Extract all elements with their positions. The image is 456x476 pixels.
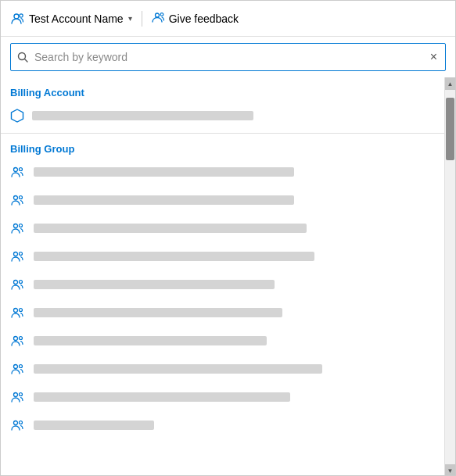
group-item-text bbox=[34, 392, 435, 402]
header-divider bbox=[142, 11, 142, 27]
svg-point-8 bbox=[20, 168, 23, 171]
billing-group-header: Billing Group bbox=[1, 137, 444, 158]
account-name: Test Account Name bbox=[29, 13, 124, 25]
billing-account-header: Billing Account bbox=[1, 81, 444, 102]
list-item[interactable] bbox=[1, 327, 444, 355]
svg-point-16 bbox=[20, 281, 23, 284]
list-item[interactable] bbox=[1, 186, 444, 214]
svg-point-11 bbox=[14, 224, 18, 228]
svg-point-23 bbox=[14, 393, 18, 397]
feedback-icon bbox=[152, 11, 164, 26]
group-item-text bbox=[34, 167, 435, 177]
list-item[interactable] bbox=[1, 383, 444, 411]
list-item[interactable] bbox=[1, 270, 444, 299]
account-switcher[interactable]: Test Account Name ▾ bbox=[29, 13, 132, 25]
group-icon bbox=[10, 389, 26, 405]
list-item[interactable] bbox=[1, 355, 444, 383]
scrollbar-up-button[interactable]: ▲ bbox=[445, 77, 456, 90]
svg-point-19 bbox=[14, 337, 18, 341]
group-item-text bbox=[34, 280, 435, 289]
search-input[interactable] bbox=[34, 51, 422, 63]
svg-point-12 bbox=[20, 224, 23, 227]
svg-point-14 bbox=[20, 252, 23, 256]
group-icon bbox=[10, 249, 26, 264]
feedback-label: Give feedback bbox=[169, 13, 239, 25]
svg-marker-6 bbox=[12, 109, 23, 122]
svg-point-25 bbox=[14, 421, 18, 425]
group-item-text bbox=[34, 308, 435, 317]
list-item[interactable] bbox=[1, 158, 444, 186]
group-icon bbox=[10, 305, 26, 320]
group-icon bbox=[10, 220, 26, 236]
svg-point-22 bbox=[20, 365, 23, 368]
svg-point-17 bbox=[14, 309, 18, 313]
list-item[interactable] bbox=[1, 242, 444, 270]
group-icon bbox=[10, 361, 26, 377]
svg-line-5 bbox=[25, 59, 28, 63]
header: Test Account Name ▾ Give feedback bbox=[1, 1, 455, 37]
billing-account-item[interactable] bbox=[1, 102, 444, 130]
search-icon bbox=[17, 52, 28, 63]
give-feedback-button[interactable]: Give feedback bbox=[152, 11, 239, 26]
svg-point-7 bbox=[14, 168, 18, 172]
svg-point-1 bbox=[20, 13, 23, 16]
search-bar: × bbox=[10, 43, 446, 71]
group-icon bbox=[10, 417, 26, 433]
scrollbar-down-button[interactable]: ▼ bbox=[445, 464, 456, 476]
svg-point-0 bbox=[14, 14, 19, 19]
account-icon bbox=[10, 11, 26, 27]
group-icon bbox=[10, 164, 26, 180]
group-item-text bbox=[34, 364, 435, 374]
svg-point-26 bbox=[20, 421, 23, 424]
scroll-content: Billing Account Billing Group bbox=[1, 77, 444, 476]
scrollbar-thumb[interactable] bbox=[446, 98, 454, 160]
group-icon bbox=[10, 333, 26, 349]
svg-point-18 bbox=[20, 309, 23, 312]
billing-account-text bbox=[32, 111, 435, 120]
svg-point-20 bbox=[20, 337, 23, 340]
group-item-text bbox=[34, 195, 435, 205]
group-item-text bbox=[34, 336, 435, 345]
svg-point-2 bbox=[155, 13, 159, 17]
clear-search-button[interactable]: × bbox=[429, 49, 439, 65]
svg-point-21 bbox=[14, 365, 18, 369]
svg-point-24 bbox=[20, 393, 23, 396]
scrollbar-thumb-area bbox=[445, 90, 455, 464]
svg-point-10 bbox=[20, 196, 23, 199]
group-item-text bbox=[34, 252, 435, 261]
list-item[interactable] bbox=[1, 214, 444, 242]
scrollbar: ▲ ▼ bbox=[444, 77, 455, 476]
chevron-down-icon: ▾ bbox=[128, 14, 132, 23]
svg-point-13 bbox=[14, 252, 18, 256]
billing-account-icon bbox=[10, 109, 24, 123]
section-divider bbox=[1, 133, 444, 134]
group-icon bbox=[10, 192, 26, 208]
content-area: Billing Account Billing Group bbox=[1, 77, 455, 476]
group-item-text bbox=[34, 224, 435, 233]
svg-point-15 bbox=[14, 281, 18, 285]
group-item-text bbox=[34, 421, 435, 430]
list-item[interactable] bbox=[1, 299, 444, 327]
svg-point-3 bbox=[160, 13, 163, 16]
svg-point-9 bbox=[14, 196, 18, 200]
group-icon bbox=[10, 277, 26, 292]
list-item[interactable] bbox=[1, 411, 444, 439]
